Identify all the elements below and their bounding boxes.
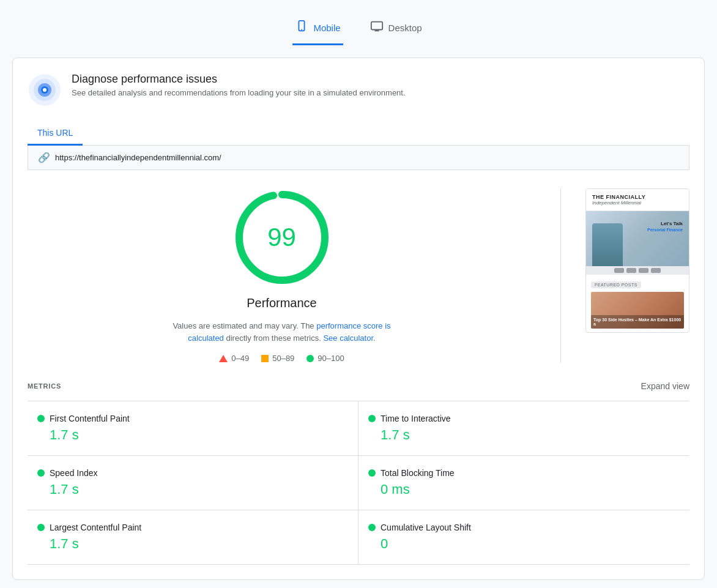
featured-tag: FEATURED POSTS [591,281,641,288]
link-icon: 🔗 [38,152,50,163]
legend-high: 90–100 [306,354,344,363]
logo-pill-4 [651,268,661,273]
mobile-icon [295,20,308,36]
header-text: Diagnose performance issues See detailed… [72,73,406,97]
metric-lcp: Largest Contentful Paint 1.7 s [28,510,359,565]
score-section: 99 Performance Values are estimated and … [28,188,536,363]
metric-cls-dot [368,524,376,531]
metric-lcp-dot [37,524,45,531]
legend: 0–49 50–89 90–100 [219,354,344,363]
svg-point-1 [301,29,302,31]
metric-tti-value: 1.7 s [368,427,680,443]
screenshot-logos [586,266,689,275]
score-label: Performance [247,296,317,310]
score-number: 99 [267,223,296,252]
score-area: 99 Performance Values are estimated and … [28,188,689,363]
metric-fcp: First Contentful Paint 1.7 s [28,401,359,456]
metric-si-value: 1.7 s [37,482,348,497]
legend-low: 0–49 [219,354,249,363]
score-circle: 99 [233,188,331,286]
screenshot-header: THE FINANCIALLY Independent Millennial [586,189,689,211]
vertical-divider [560,188,561,363]
svg-point-9 [43,88,46,92]
screenshot-section: THE FINANCIALLY Independent Millennial L… [585,188,689,333]
legend-low-label: 0–49 [231,354,249,363]
legend-triangle-icon [219,355,228,362]
metric-tti-name: Time to Interactive [381,414,451,423]
legend-mid: 50–89 [261,354,294,363]
calculator-link[interactable]: See calculator [323,333,373,343]
screenshot-mock: THE FINANCIALLY Independent Millennial L… [585,188,689,333]
metric-lcp-name: Largest Contentful Paint [50,523,141,532]
metric-fcp-name: First Contentful Paint [50,414,130,423]
header-title: Diagnose performance issues [72,73,406,86]
metric-tbt-dot [368,469,376,477]
metric-tbt-value: 0 ms [368,482,680,497]
tab-mobile[interactable]: Mobile [292,12,343,45]
page-container: Mobile Desktop [0,0,717,588]
metric-cls-name: Cumulative Layout Shift [381,523,471,532]
url-text: https://thefinanciallyindependentmillenn… [55,153,221,162]
metrics-grid: First Contentful Paint 1.7 s Time to Int… [28,401,689,565]
url-tab-this[interactable]: This URL [28,122,83,146]
url-bar: 🔗 https://thefinanciallyindependentmille… [28,146,689,170]
metric-tti-dot [368,415,376,422]
header-icon [28,73,62,107]
screenshot-featured: FEATURED POSTS Top 30 Side Hustles – Mak… [586,275,689,332]
legend-square-icon [261,355,269,362]
legend-circle-icon [306,355,314,362]
score-note: Values are estimated and may vary. The p… [166,320,398,344]
screenshot-site-sub: Independent Millennial [592,200,683,206]
tab-desktop[interactable]: Desktop [368,12,425,45]
metric-tbt: Total Blocking Time 0 ms [359,456,689,510]
svg-rect-2 [371,22,382,30]
metric-fcp-value: 1.7 s [37,427,348,443]
featured-img-overlay: Top 30 Side Hustles – Make An Extra $100… [591,315,684,329]
expand-view-button[interactable]: Expand view [641,381,689,391]
metric-tti: Time to Interactive 1.7 s [359,401,689,456]
metric-cls-value: 0 [368,536,680,552]
logo-pill-1 [614,268,624,273]
url-tabs: This URL [28,122,689,146]
header-section: Diagnose performance issues See detailed… [28,73,689,107]
screenshot-person [592,223,623,266]
tab-bar: Mobile Desktop [12,12,705,45]
featured-img: Top 30 Side Hustles – Make An Extra $100… [591,292,684,329]
metrics-header: METRICS Expand view [28,381,689,391]
metric-si-name: Speed Index [50,468,98,478]
featured-img-caption: Top 30 Side Hustles – Make An Extra $100… [593,318,682,326]
logo-pill-2 [626,268,636,273]
screenshot-site-name: THE FINANCIALLY [592,194,683,200]
logo-pill-3 [639,268,648,273]
tab-desktop-label: Desktop [388,23,422,33]
legend-high-label: 90–100 [318,354,344,363]
metric-cls: Cumulative Layout Shift 0 [359,510,689,565]
metric-lcp-value: 1.7 s [37,536,348,552]
tab-mobile-label: Mobile [313,23,340,33]
metric-si: Speed Index 1.7 s [28,456,359,510]
metric-si-dot [37,469,45,477]
metrics-label: METRICS [28,382,61,390]
legend-mid-label: 50–89 [272,354,294,363]
screenshot-hero-text: Let's Talk Personal Finance [647,220,683,233]
desktop-icon [370,20,384,36]
screenshot-hero: Let's Talk Personal Finance [586,211,689,266]
metric-fcp-dot [37,415,45,422]
main-card: Diagnose performance issues See detailed… [12,58,705,580]
metric-tbt-name: Total Blocking Time [381,468,455,478]
header-subtitle: See detailed analysis and recommendation… [72,88,406,97]
